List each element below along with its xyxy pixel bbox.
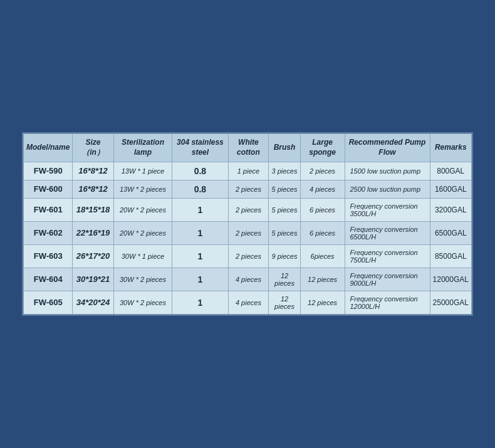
cell-row1-col0: FW-600 [24,180,73,198]
cell-row2-col8: 3200GAL [430,198,471,221]
cell-row4-col7: Frequency conversion 7500L/H [345,244,430,268]
cell-row0-col6: 2 pieces [300,162,345,180]
cell-row3-col6: 6 pieces [300,221,345,244]
table-row: FW-60118*15*1820W * 2 pieces12 pieces5 p… [24,198,472,221]
cell-row6-col7: Frequency conversion 12000L/H [345,291,430,314]
cell-row3-col3: 1 [172,221,228,244]
cell-row3-col7: Frequency conversion 6500L/H [345,221,430,244]
cell-row3-col5: 5 pieces [269,221,300,244]
cell-row3-col8: 6500GAL [430,221,471,244]
table-row: FW-60222*16*1920W * 2 pieces12 pieces5 p… [24,221,472,244]
cell-row6-col5: 12 pieces [269,291,300,314]
cell-row0-col5: 3 pieces [269,162,300,180]
cell-row4-col1: 26*17*20 [73,244,113,268]
cell-row2-col6: 6 pieces [300,198,345,221]
cell-row4-col4: 2 pieces [228,244,269,268]
cell-row6-col8: 25000GAL [430,291,471,314]
cell-row4-col2: 30W * 1 piece [113,244,172,268]
cell-row6-col6: 12 pieces [300,291,345,314]
table-row: FW-60534*20*2430W * 2 pieces14 pieces12 … [24,291,472,314]
table-row: FW-60016*8*1213W * 2 pieces0.82 pieces5 … [24,180,472,198]
cell-row5-col2: 30W * 2 pieces [113,268,172,291]
cell-row0-col4: 1 piece [228,162,269,180]
cell-row1-col1: 16*8*12 [73,180,113,198]
header-remarks: Remarks [430,134,471,162]
cell-row3-col4: 2 pieces [228,221,269,244]
cell-row2-col3: 1 [172,198,228,221]
cell-row6-col0: FW-605 [24,291,73,314]
table-row: FW-60430*19*2130W * 2 pieces14 pieces12 … [24,268,472,291]
cell-row1-col5: 5 pieces [269,180,300,198]
cell-row4-col3: 1 [172,244,228,268]
cell-row6-col3: 1 [172,291,228,314]
table-header-row: Model/name Size（in） Sterilization lamp 3… [24,134,472,162]
cell-row5-col4: 4 pieces [228,268,269,291]
table-row: FW-59016*8*1213W * 1 piece0.81 piece3 pi… [24,162,472,180]
cell-row2-col7: Frequency conversion 3500L/H [345,198,430,221]
product-table-wrapper: Model/name Size（in） Sterilization lamp 3… [22,132,473,315]
cell-row5-col0: FW-604 [24,268,73,291]
header-size: Size（in） [73,134,113,162]
cell-row4-col6: 6pieces [300,244,345,268]
cell-row6-col1: 34*20*24 [73,291,113,314]
cell-row0-col0: FW-590 [24,162,73,180]
cell-row1-col4: 2 pieces [228,180,269,198]
cell-row6-col4: 4 pieces [228,291,269,314]
cell-row0-col2: 13W * 1 piece [113,162,172,180]
cell-row5-col5: 12 pieces [269,268,300,291]
cell-row2-col5: 5 pieces [269,198,300,221]
header-cotton: White cotton [228,134,269,162]
cell-row5-col3: 1 [172,268,228,291]
cell-row3-col2: 20W * 2 pieces [113,221,172,244]
cell-row0-col1: 16*8*12 [73,162,113,180]
cell-row4-col0: FW-603 [24,244,73,268]
cell-row0-col8: 800GAL [430,162,471,180]
cell-row1-col7: 2500 low suction pump [345,180,430,198]
cell-row2-col0: FW-601 [24,198,73,221]
header-pump: Recommended Pump Flow [345,134,430,162]
table-row: FW-60326*17*2030W * 1 piece12 pieces9 pi… [24,244,472,268]
cell-row5-col7: Frequency conversion 9000L/H [345,268,430,291]
cell-row1-col3: 0.8 [172,180,228,198]
cell-row3-col0: FW-602 [24,221,73,244]
header-model: Model/name [24,134,73,162]
cell-row0-col7: 1500 low suction pump [345,162,430,180]
cell-row2-col2: 20W * 2 pieces [113,198,172,221]
cell-row2-col4: 2 pieces [228,198,269,221]
cell-row6-col2: 30W * 2 pieces [113,291,172,314]
cell-row5-col6: 12 pieces [300,268,345,291]
cell-row4-col8: 8500GAL [430,244,471,268]
header-sponge: Large sponge [300,134,345,162]
header-stainless: 304 stainless steel [172,134,228,162]
cell-row3-col1: 22*16*19 [73,221,113,244]
cell-row1-col2: 13W * 2 pieces [113,180,172,198]
cell-row5-col1: 30*19*21 [73,268,113,291]
header-lamp: Sterilization lamp [113,134,172,162]
cell-row0-col3: 0.8 [172,162,228,180]
cell-row2-col1: 18*15*18 [73,198,113,221]
cell-row5-col8: 12000GAL [430,268,471,291]
cell-row4-col5: 9 pieces [269,244,300,268]
cell-row1-col8: 1600GAL [430,180,471,198]
header-brush: Brush [269,134,300,162]
cell-row1-col6: 4 pieces [300,180,345,198]
product-table: Model/name Size（in） Sterilization lamp 3… [23,133,472,314]
